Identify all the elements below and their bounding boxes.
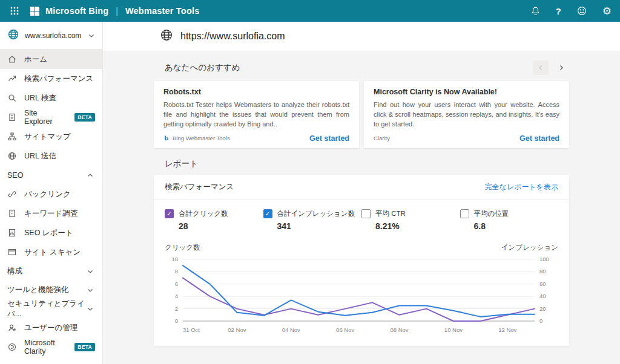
checkbox-checked-icon[interactable]: ✓ — [165, 209, 174, 218]
section-label: SEO — [7, 171, 23, 180]
full-report-link[interactable]: 完全なレポートを表示 — [485, 182, 558, 192]
svg-text:2: 2 — [175, 305, 178, 311]
sidebar-section-configuration[interactable]: 構成 — [0, 262, 102, 281]
sidebar-section-tools[interactable]: ツールと機能強化 — [0, 281, 102, 299]
sidebar-item-sitemaps[interactable]: サイトマップ — [0, 127, 102, 146]
recommendation-card-robots[interactable]: Robots.txt Robots.txt Tester helps Webma… — [154, 81, 359, 148]
home-icon — [7, 54, 17, 64]
help-icon[interactable]: ? — [556, 7, 561, 16]
checkbox-unchecked-icon[interactable] — [460, 209, 469, 218]
card-title: Microsoft Clarity is Now Available! — [374, 88, 559, 96]
globe-icon — [7, 151, 17, 161]
svg-text:20: 20 — [539, 305, 546, 311]
bing-logo-icon — [163, 135, 170, 141]
product-name[interactable]: Webmaster Tools — [125, 6, 200, 16]
sidebar-item-seo-reports[interactable]: SEO レポート — [0, 223, 102, 242]
scan-icon — [7, 247, 17, 257]
metric-value: 6.8 — [474, 221, 559, 231]
left-axis-title: クリック数 — [165, 243, 200, 252]
checkbox-checked-icon[interactable]: ✓ — [263, 209, 272, 218]
checkbox-unchecked-icon[interactable] — [361, 209, 371, 218]
carousel-next-button[interactable] — [553, 60, 569, 75]
explorer-icon — [7, 112, 17, 122]
bell-icon[interactable] — [531, 6, 540, 16]
svg-text:80: 80 — [539, 268, 546, 275]
metric-toggle[interactable]: 平均 CTR — [361, 209, 460, 218]
sidebar-item-label: サイト スキャン — [24, 247, 81, 258]
sidebar-item-site-explorer[interactable]: Site Explorer BETA — [0, 108, 102, 127]
sidebar-item-url-inspection[interactable]: URL 検査 — [0, 88, 102, 108]
sidebar-item-label: Microsoft Clarity — [24, 339, 63, 356]
metric-total-impressions: ✓ 合計インプレッション数 341 — [263, 209, 362, 231]
line-chart[interactable]: 002204406608801010031 Oct02 Nov04 Nov06 … — [165, 253, 556, 342]
metric-toggle[interactable]: ✓ 合計インプレッション数 — [263, 209, 362, 218]
sidebar-item-search-performance[interactable]: 検索パフォーマンス — [0, 69, 102, 88]
section-label: セキュリティとプライバ... — [7, 299, 87, 319]
sidebar-item-label: ユーザーの管理 — [24, 323, 78, 333]
sidebar-item-site-scan[interactable]: サイト スキャン — [0, 242, 102, 262]
svg-text:6: 6 — [175, 281, 178, 287]
card-source: Clarity — [374, 135, 390, 141]
metric-avg-position: 平均の位置 6.8 — [460, 209, 559, 231]
beta-badge: BETA — [74, 343, 95, 351]
section-label: 構成 — [7, 266, 22, 276]
brand-name[interactable]: Microsoft Bing — [45, 6, 108, 16]
microsoft-logo — [30, 7, 39, 16]
sidebar-item-microsoft-clarity[interactable]: Microsoft Clarity BETA — [0, 337, 102, 357]
metric-toggle[interactable]: ✓ 合計クリック数 — [165, 209, 263, 218]
svg-text:06 Nov: 06 Nov — [336, 327, 354, 333]
svg-text:0: 0 — [175, 317, 178, 324]
waffle-menu-icon[interactable] — [8, 5, 21, 17]
sidebar-item-keyword-research[interactable]: キーワード調査 — [0, 204, 102, 223]
svg-text:02 Nov: 02 Nov — [228, 327, 246, 333]
metric-value: 8.21% — [375, 221, 460, 231]
sidebar-item-user-management[interactable]: ユーザーの管理 — [0, 318, 102, 337]
card-body: Robots.txt Tester helps Webmasters to an… — [163, 100, 349, 129]
get-started-link[interactable]: Get started — [309, 134, 349, 143]
keyword-icon — [7, 209, 17, 218]
chevron-up-icon — [87, 172, 94, 179]
svg-text:8: 8 — [175, 268, 178, 275]
metric-total-clicks: ✓ 合計クリック数 28 — [165, 209, 263, 231]
metric-toggle[interactable]: 平均の位置 — [460, 209, 559, 218]
svg-text:0: 0 — [539, 317, 542, 324]
svg-text:10: 10 — [171, 256, 178, 262]
svg-text:12 Nov: 12 Nov — [498, 327, 516, 333]
metric-value: 341 — [277, 221, 362, 231]
sidebar-item-label: URL 検査 — [24, 93, 56, 103]
reports-title: レポート — [154, 158, 569, 169]
metrics-row: ✓ 合計クリック数 28 ✓ 合計インプレッション数 341 — [154, 200, 569, 236]
site-selector[interactable]: www.surlofia.com — [0, 22, 102, 50]
card-title: Robots.txt — [163, 88, 349, 96]
site-globe-icon — [160, 28, 173, 44]
users-icon — [7, 323, 17, 333]
sidebar-section-seo[interactable]: SEO — [0, 166, 102, 184]
gear-icon[interactable]: ⚙ — [602, 6, 612, 16]
sidebar-item-label: SEO レポート — [24, 228, 73, 238]
site-globe-icon — [7, 28, 19, 43]
report-card-title: 検索パフォーマンス — [165, 182, 234, 192]
right-axis-title: インプレッション — [501, 243, 558, 252]
performance-chart: クリック数 インプレッション 002204406608801010031 Oct… — [154, 236, 569, 346]
sidebar-item-home[interactable]: ホーム — [0, 50, 102, 69]
report-icon — [7, 228, 17, 238]
get-started-link[interactable]: Get started — [519, 134, 559, 143]
metric-avg-ctr: 平均 CTR 8.21% — [361, 209, 460, 231]
chevron-down-icon — [87, 305, 94, 313]
svg-text:60: 60 — [539, 281, 546, 287]
sidebar-item-label: 検索パフォーマンス — [24, 74, 93, 84]
carousel-prev-button[interactable] — [533, 60, 549, 75]
sidebar-section-security-privacy[interactable]: セキュリティとプライバ... — [0, 299, 102, 318]
smiley-feedback-icon[interactable] — [577, 6, 587, 16]
sidebar-item-label: URL 送信 — [24, 151, 56, 161]
svg-text:31 Oct: 31 Oct — [183, 327, 200, 333]
svg-text:100: 100 — [539, 256, 549, 262]
svg-text:40: 40 — [539, 293, 546, 299]
card-body: Find out how your users interact with yo… — [374, 100, 559, 129]
sidebar-item-url-submission[interactable]: URL 送信 — [0, 146, 102, 166]
recommendation-card-clarity[interactable]: Microsoft Clarity is Now Available! Find… — [364, 81, 569, 148]
sidebar: www.surlofia.com ホーム 検索パフォーマンス URL 検査 Si… — [0, 22, 103, 364]
sitemap-icon — [7, 132, 17, 141]
svg-text:04 Nov: 04 Nov — [282, 327, 300, 333]
sidebar-item-backlinks[interactable]: バックリンク — [0, 184, 102, 204]
